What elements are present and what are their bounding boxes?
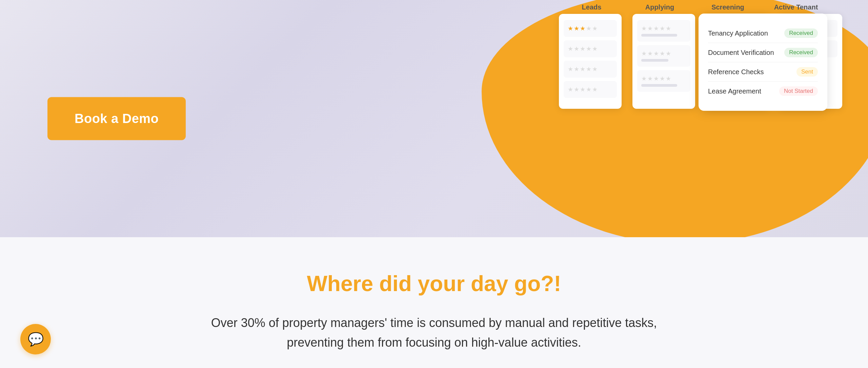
badge-sent: Sent	[796, 67, 818, 77]
star-empty-icon: ★	[580, 65, 585, 73]
star-empty-icon: ★	[586, 65, 591, 73]
kanban-card: ★ ★ ★ ★ ★	[564, 40, 617, 57]
star-empty-icon: ★	[653, 25, 659, 32]
kanban-col-applying: ★ ★ ★ ★ ★ ★ ★ ★ ★	[632, 14, 695, 109]
star-empty-icon: ★	[586, 45, 591, 53]
top-section: Book a Demo Leads Applying Screening Act…	[0, 0, 868, 237]
star-empty-icon: ★	[660, 75, 665, 82]
star-empty-icon: ★	[653, 50, 659, 57]
col-header-leads: Leads	[560, 3, 623, 11]
chat-icon: 💬	[28, 332, 44, 347]
badge-not-started: Not Started	[779, 86, 818, 96]
bottom-description: Over 30% of property managers' time is c…	[197, 313, 671, 352]
detail-panel: Tenancy Application Received Document Ve…	[699, 14, 827, 111]
star-empty-icon: ★	[586, 25, 591, 32]
detail-row-tenancy: Tenancy Application Received	[708, 24, 818, 43]
detail-row-lease: Lease Agreement Not Started	[708, 82, 818, 101]
badge-received: Received	[784, 28, 818, 38]
detail-row-reference: Reference Checks Sent	[708, 62, 818, 82]
col-header-screening: Screening	[697, 3, 759, 11]
chat-widget-button[interactable]: 💬	[20, 324, 51, 354]
star-empty-icon: ★	[647, 25, 653, 32]
kanban-card: ★ ★ ★ ★ ★	[564, 81, 617, 98]
bottom-title: Where did your day go?!	[20, 271, 848, 296]
star-icon: ★	[580, 25, 585, 32]
detail-label-lease: Lease Agreement	[708, 87, 761, 95]
star-empty-icon: ★	[592, 25, 598, 32]
star-empty-icon: ★	[592, 86, 598, 93]
star-empty-icon: ★	[660, 50, 665, 57]
card-bar	[641, 34, 677, 37]
star-icon: ★	[574, 25, 579, 32]
star-empty-icon: ★	[641, 75, 647, 82]
star-empty-icon: ★	[586, 86, 591, 93]
star-empty-icon: ★	[592, 45, 598, 53]
detail-label-tenancy: Tenancy Application	[708, 29, 768, 37]
star-empty-icon: ★	[592, 65, 598, 73]
star-empty-icon: ★	[653, 75, 659, 82]
star-empty-icon: ★	[666, 25, 671, 32]
col-header-applying: Applying	[628, 3, 691, 11]
star-icon: ★	[568, 25, 573, 32]
detail-row-document: Document Verification Received	[708, 43, 818, 62]
kanban-card: ★ ★ ★ ★ ★	[564, 20, 617, 37]
kanban-card: ★ ★ ★ ★ ★	[564, 61, 617, 78]
kanban-card: ★ ★ ★ ★ ★	[637, 45, 690, 67]
star-empty-icon: ★	[574, 86, 579, 93]
star-empty-icon: ★	[666, 75, 671, 82]
star-empty-icon: ★	[641, 50, 647, 57]
left-content: Book a Demo	[47, 97, 186, 140]
star-empty-icon: ★	[574, 45, 579, 53]
star-empty-icon: ★	[647, 50, 653, 57]
card-bar	[641, 59, 668, 62]
star-empty-icon: ★	[647, 75, 653, 82]
badge-received-2: Received	[784, 48, 818, 57]
star-empty-icon: ★	[660, 25, 665, 32]
book-demo-button[interactable]: Book a Demo	[47, 97, 186, 140]
detail-label-reference: Reference Checks	[708, 68, 764, 76]
star-empty-icon: ★	[568, 86, 573, 93]
kanban-card: ★ ★ ★ ★ ★	[637, 20, 690, 42]
star-empty-icon: ★	[568, 45, 573, 53]
bottom-section: Where did your day go?! Over 30% of prop…	[0, 237, 868, 368]
star-empty-icon: ★	[641, 25, 647, 32]
star-empty-icon: ★	[580, 86, 585, 93]
star-empty-icon: ★	[666, 50, 671, 57]
kanban-col-leads: ★ ★ ★ ★ ★ ★ ★ ★ ★ ★	[559, 14, 622, 109]
star-empty-icon: ★	[574, 65, 579, 73]
kanban-card: ★ ★ ★ ★ ★	[637, 70, 690, 92]
card-bar	[641, 84, 677, 87]
col-header-active-tenant: Active Tenant	[765, 3, 827, 11]
star-empty-icon: ★	[580, 45, 585, 53]
detail-label-document: Document Verification	[708, 49, 774, 57]
star-empty-icon: ★	[568, 65, 573, 73]
